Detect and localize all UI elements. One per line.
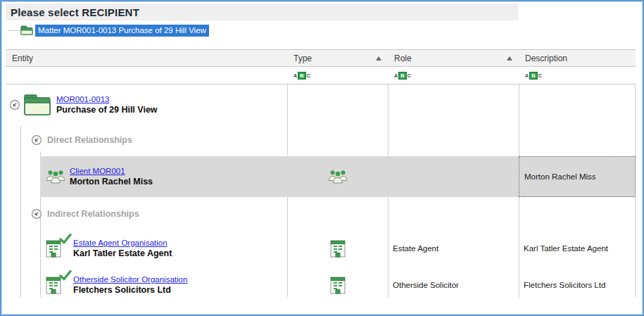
column-header-role[interactable]: Role — [388, 50, 519, 66]
collapse-section-icon[interactable] — [31, 208, 42, 220]
otherside-solicitor-row[interactable]: Otherside Solicitor Organisation Fletche… — [6, 267, 636, 303]
client-type-cell[interactable] — [287, 156, 388, 197]
estate-agent-row[interactable]: Estate Agent Organisation Karl Tatler Es… — [6, 230, 636, 267]
matter-tree-node[interactable]: Matter MOR001-0013 Purchase of 29 Hill V… — [8, 23, 209, 37]
estate-type-cell[interactable] — [287, 230, 388, 267]
folder-icon — [20, 25, 33, 35]
column-header-label: Description — [525, 53, 567, 63]
matter-name: Purchase of 29 Hill View — [56, 105, 158, 115]
relationships-grid: Entity Type Role Description ABC ABC — [6, 49, 636, 300]
filter-letter: B — [398, 72, 407, 80]
filter-cell-role[interactable]: ABC — [388, 67, 519, 84]
column-header-label: Type — [293, 53, 312, 63]
column-header-label: Entity — [12, 53, 33, 63]
abc-filter-icon[interactable]: ABC — [394, 72, 411, 80]
client-role-cell[interactable] — [388, 156, 519, 197]
check-icon — [59, 270, 72, 281]
client-row[interactable]: Client MOR001 Morton Rachel Miss Morton … — [40, 156, 636, 197]
selected-matter-label[interactable]: Matter MOR001-0013 Purchase of 29 Hill V… — [35, 25, 209, 37]
collapse-section-icon[interactable] — [31, 134, 42, 146]
collapse-node-icon[interactable] — [9, 99, 20, 110]
sort-ascending-icon — [376, 56, 381, 61]
filter-cell-description[interactable]: ABC — [519, 67, 636, 84]
column-header-entity[interactable]: Entity — [6, 50, 287, 66]
filter-letter: C — [408, 73, 411, 78]
client-link[interactable]: Client MOR001 — [70, 166, 153, 177]
organisation-building-icon — [330, 240, 346, 258]
abc-filter-icon[interactable]: ABC — [293, 72, 310, 80]
filter-cell-type[interactable]: ABC — [287, 67, 388, 84]
sort-ascending-icon — [507, 56, 512, 61]
matter-code-link[interactable]: MOR001-0013 — [56, 94, 158, 105]
otherside-role-cell[interactable]: Otherside Solicitor — [388, 267, 519, 303]
tree-connector-line — [8, 30, 20, 31]
dialog-title: Please select RECIPIENT — [11, 6, 139, 18]
filter-cell-entity[interactable] — [6, 67, 287, 84]
section-indirect-relationships[interactable]: Indirect Relationships — [6, 205, 636, 223]
estate-agent-name: Karl Tatler Estate Agent — [73, 248, 172, 259]
filter-letter: A — [394, 73, 398, 78]
grid-header-row: Entity Type Role Description — [6, 49, 636, 67]
otherside-solicitor-link[interactable]: Otherside Solicitor Organisation — [73, 274, 187, 285]
abc-filter-icon[interactable]: ABC — [525, 72, 542, 80]
filter-letter: A — [293, 73, 297, 78]
organisation-building-icon — [330, 277, 346, 294]
otherside-solicitor-name: Fletchers Solicitors Ltd — [73, 285, 187, 296]
dialog-title-bar: Please select RECIPIENT — [6, 4, 518, 20]
otherside-type-cell[interactable] — [287, 267, 388, 303]
filter-letter: C — [307, 73, 310, 78]
check-icon — [59, 233, 72, 244]
grid-filter-row: ABC ABC ABC — [6, 67, 636, 84]
matter-root-row[interactable]: MOR001-0013 Purchase of 29 Hill View — [6, 84, 636, 125]
section-label: Indirect Relationships — [47, 209, 139, 219]
otherside-description-cell[interactable]: Fletchers Solicitors Ltd — [519, 267, 636, 303]
column-header-description[interactable]: Description — [519, 50, 636, 66]
estate-agent-link[interactable]: Estate Agent Organisation — [73, 238, 172, 248]
column-header-label: Role — [394, 53, 412, 63]
people-group-icon — [328, 170, 348, 184]
section-direct-relationships[interactable]: Direct Relationships — [6, 131, 636, 149]
filter-letter: B — [298, 72, 306, 80]
recipient-selector-window: Please select RECIPIENT Matter MOR001-00… — [0, 0, 644, 316]
section-label: Direct Relationships — [47, 135, 132, 145]
estate-role-cell[interactable]: Estate Agent — [388, 230, 519, 267]
estate-description-cell[interactable]: Karl Tatler Estate Agent — [519, 230, 636, 267]
people-group-icon — [46, 170, 65, 184]
filter-letter: B — [529, 72, 538, 80]
filter-letter: C — [538, 73, 542, 78]
client-name: Morton Rachel Miss — [70, 177, 153, 187]
client-description-cell[interactable]: Morton Rachel Miss — [519, 156, 636, 197]
filter-letter: A — [525, 73, 529, 78]
column-header-type[interactable]: Type — [287, 50, 388, 66]
matter-folder-icon — [23, 94, 51, 116]
